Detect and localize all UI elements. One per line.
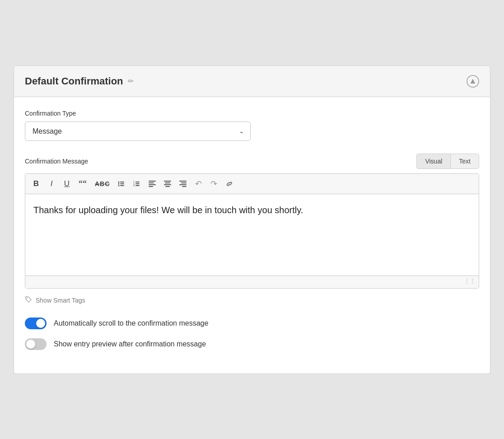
toggle-auto-scroll[interactable] [25, 318, 47, 329]
svg-rect-13 [149, 182, 154, 183]
svg-rect-16 [164, 181, 171, 182]
editor-toolbar: B I U ““ ABC [25, 174, 479, 194]
toolbar-italic[interactable]: I [45, 177, 58, 190]
svg-rect-1 [120, 182, 124, 182]
confirmation-type-select[interactable]: Message Page Redirect Custom Redirect [25, 121, 251, 141]
panel-title: Default Confirmation [25, 75, 123, 87]
confirmation-type-label: Confirmation Type [25, 110, 479, 117]
toolbar-align-center[interactable] [161, 177, 174, 190]
toolbar-unordered-list[interactable] [115, 177, 128, 190]
svg-rect-17 [165, 182, 170, 183]
collapse-icon[interactable]: ▲ [467, 75, 479, 88]
editor-container: B I U ““ ABC [25, 173, 479, 289]
svg-rect-14 [149, 184, 156, 185]
editor-content[interactable]: Thanks for uploading your files! We will… [25, 194, 479, 276]
panel-header: Default Confirmation ✏ ▲ [14, 66, 490, 97]
svg-rect-20 [179, 181, 187, 182]
confirmation-message-section: Confirmation Message Visual Text B I U “… [25, 154, 479, 289]
svg-rect-11 [135, 185, 140, 186]
svg-rect-7 [135, 182, 140, 182]
svg-point-0 [118, 181, 120, 182]
toggle-entry-preview[interactable] [25, 338, 47, 350]
toolbar-underline[interactable]: U [61, 177, 73, 190]
svg-point-2 [118, 183, 120, 184]
editor-text: Thanks for uploading your files! We will… [33, 205, 303, 215]
tab-group: Visual Text [416, 154, 479, 169]
toolbar-bold[interactable]: B [30, 177, 42, 190]
svg-rect-18 [164, 184, 171, 185]
smart-tags-row: Show Smart Tags [25, 296, 479, 305]
toolbar-align-right[interactable] [177, 177, 189, 190]
resize-handle-icon: ⋮⋮ [464, 278, 475, 286]
svg-rect-21 [181, 182, 187, 183]
toggle-entry-preview-row: Show entry preview after confirmation me… [25, 338, 479, 350]
tag-icon [25, 296, 32, 305]
toggle-auto-scroll-row: Automatically scroll to the confirmation… [25, 318, 479, 329]
panel-body: Confirmation Type Message Page Redirect … [14, 97, 490, 374]
svg-rect-5 [120, 185, 124, 186]
chevron-up-icon: ▲ [469, 76, 477, 86]
panel-header-left: Default Confirmation ✏ [25, 75, 134, 87]
toolbar-ordered-list[interactable]: 1. 2. 3. [131, 177, 143, 190]
show-smart-tags-link[interactable]: Show Smart Tags [36, 297, 85, 304]
svg-text:3.: 3. [133, 184, 135, 187]
toggle-auto-scroll-slider [25, 318, 47, 329]
toolbar-align-left[interactable] [146, 177, 159, 190]
edit-icon[interactable]: ✏ [128, 77, 134, 85]
toolbar-blockquote[interactable]: ““ [76, 177, 89, 190]
svg-rect-22 [179, 184, 187, 185]
toolbar-strikethrough[interactable]: ABC [92, 177, 112, 190]
toolbar-redo[interactable]: ↷ [207, 177, 220, 190]
tab-visual[interactable]: Visual [417, 154, 451, 168]
toolbar-link[interactable] [223, 177, 236, 190]
toggle-auto-scroll-label: Automatically scroll to the confirmation… [54, 319, 208, 327]
svg-rect-23 [182, 186, 187, 187]
svg-point-4 [118, 185, 120, 186]
message-header: Confirmation Message Visual Text [25, 154, 479, 169]
panel-default-confirmation: Default Confirmation ✏ ▲ Confirmation Ty… [14, 65, 490, 374]
confirmation-message-label: Confirmation Message [25, 158, 88, 165]
toggle-entry-preview-slider [25, 338, 47, 350]
svg-rect-15 [149, 186, 153, 187]
tab-text[interactable]: Text [451, 154, 479, 168]
confirmation-type-wrapper: Message Page Redirect Custom Redirect ⌄ [25, 121, 251, 141]
toolbar-undo[interactable]: ↶ [192, 177, 205, 190]
svg-rect-19 [165, 186, 170, 187]
svg-rect-12 [149, 181, 156, 182]
svg-rect-3 [120, 183, 124, 184]
editor-footer: ⋮⋮ [25, 276, 479, 288]
svg-rect-9 [135, 183, 140, 184]
svg-point-24 [27, 298, 28, 299]
toggle-entry-preview-label: Show entry preview after confirmation me… [54, 340, 206, 348]
